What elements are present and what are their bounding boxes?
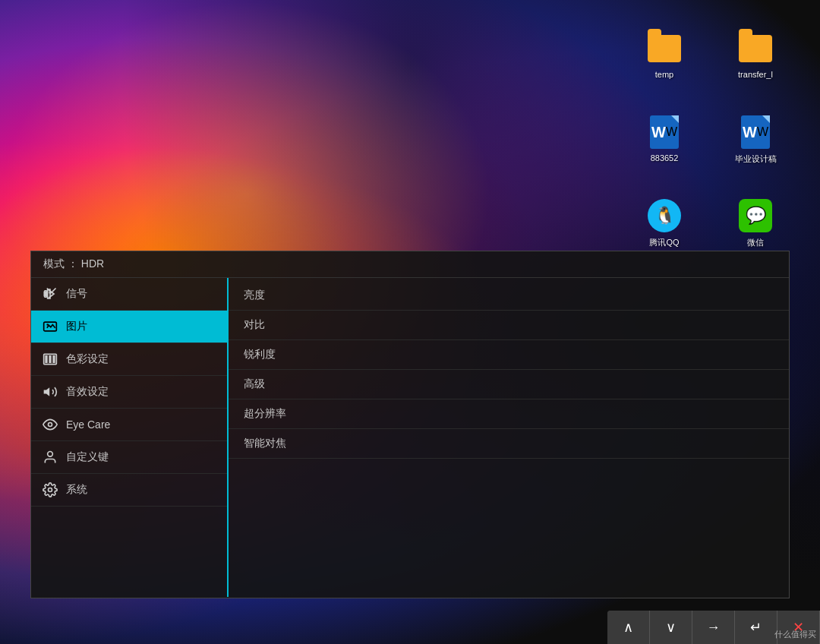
nav-down-button[interactable]: ∨ [650, 611, 692, 644]
svg-point-11 [48, 452, 53, 457]
osd-audio-label: 音效设定 [66, 385, 109, 399]
desktop-icon-temp[interactable]: temp [638, 30, 691, 79]
audio-icon [42, 384, 58, 400]
desktop-icon-biyelunwen[interactable]: W 毕业设计稿 [729, 114, 782, 165]
osd-system-label: 系统 [66, 483, 87, 497]
nav-back-button[interactable]: ↵ [735, 611, 777, 644]
user-icon [42, 449, 58, 466]
osd-content-sharpness[interactable]: 锐利度 [229, 340, 789, 370]
desktop-icon-wechat-label: 微信 [747, 237, 764, 248]
nav-back-icon: ↵ [750, 619, 762, 636]
osd-body: 信号 图片 [31, 278, 789, 597]
osd-signal-label: 信号 [66, 287, 87, 301]
osd-eyecare-label: Eye Care [66, 418, 110, 431]
nav-right-icon: → [707, 620, 721, 636]
osd-menu-audio[interactable]: 音效设定 [31, 376, 227, 409]
desktop-icon-qq[interactable]: 🐧 腾讯QQ [638, 197, 691, 248]
desktop-icon-883652-label: 883652 [651, 153, 679, 163]
osd-menu-image[interactable]: 图片 [31, 311, 227, 343]
nav-up-icon: ∧ [623, 619, 633, 636]
eye-icon [42, 416, 58, 433]
svg-rect-8 [52, 355, 55, 363]
desktop-icon-wechat[interactable]: 💬 微信 [729, 197, 782, 248]
desktop-icon-transfer[interactable]: transfer_l [729, 30, 782, 79]
nav-right-button[interactable]: → [692, 611, 735, 644]
osd-custom-label: 自定义键 [66, 450, 109, 464]
svg-rect-7 [49, 355, 51, 363]
desktop-icon-temp-label: temp [655, 70, 673, 79]
watermark: 什么值得买 [774, 629, 816, 640]
color-icon [42, 351, 58, 368]
svg-point-10 [49, 423, 52, 427]
osd-menu-eyecare[interactable]: Eye Care [31, 409, 227, 441]
desktop-icon-transfer-label: transfer_l [738, 70, 773, 79]
svg-marker-9 [44, 387, 49, 396]
svg-point-12 [49, 488, 52, 492]
osd-menu: 模式 ： HDR 信号 [30, 251, 790, 598]
system-icon [42, 481, 58, 498]
osd-menu-color[interactable]: 色彩设定 [31, 343, 227, 376]
osd-sidebar: 信号 图片 [31, 278, 229, 597]
desktop-icon-883652[interactable]: W 883652 [638, 114, 691, 163]
osd-content-autofocus[interactable]: 智能对焦 [229, 429, 789, 459]
osd-color-label: 色彩设定 [66, 352, 109, 366]
svg-rect-2 [44, 292, 48, 297]
osd-mode-label: 模式 ： HDR [43, 257, 104, 270]
desktop-icon-biyelunwen-label: 毕业设计稿 [735, 153, 777, 165]
nav-up-button[interactable]: ∧ [607, 611, 650, 644]
osd-image-label: 图片 [66, 320, 87, 333]
desktop-icon-qq-label: 腾讯QQ [649, 237, 679, 248]
osd-menu-system[interactable]: 系统 [31, 474, 227, 507]
osd-header: 模式 ： HDR [31, 251, 789, 278]
nav-down-icon: ∨ [666, 619, 676, 636]
svg-rect-6 [45, 355, 47, 363]
osd-menu-signal[interactable]: 信号 [31, 278, 227, 311]
osd-content-contrast[interactable]: 对比 [229, 311, 789, 340]
osd-content-advanced[interactable]: 高级 [229, 370, 789, 399]
svg-point-4 [46, 324, 49, 326]
osd-content-superres[interactable]: 超分辨率 [229, 399, 789, 429]
image-icon [42, 318, 58, 335]
osd-menu-custom[interactable]: 自定义键 [31, 441, 227, 474]
osd-content-panel: 亮度 对比 锐利度 高级 超分辨率 智能对焦 [229, 278, 789, 597]
signal-icon [42, 286, 58, 302]
osd-content-brightness[interactable]: 亮度 [229, 281, 789, 311]
